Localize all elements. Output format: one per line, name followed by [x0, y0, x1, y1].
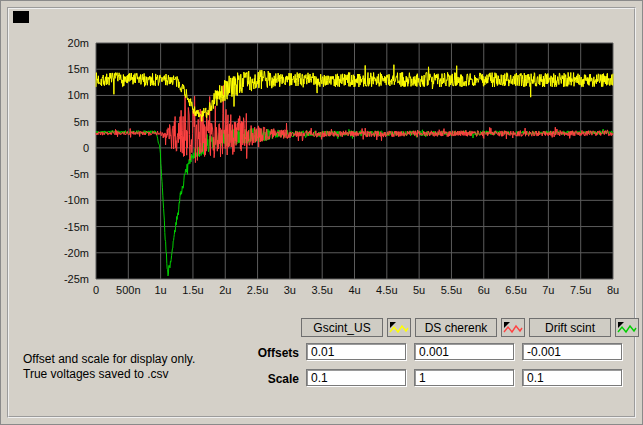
offset-input-drift-scint[interactable] — [522, 343, 622, 360]
svg-text:15m: 15m — [68, 63, 89, 75]
offset-input-ds-cherenk[interactable] — [414, 343, 514, 360]
svg-text:5u: 5u — [413, 284, 425, 296]
svg-text:6.5u: 6.5u — [505, 284, 526, 296]
plot-legend: Gscint_US DS cherenk Drift scint — [301, 318, 639, 337]
waveform-graph: 20m15m10m5m0-5m-10m-15m-20m-25m0500n1u1.… — [1, 1, 643, 313]
offset-input-gscint[interactable] — [306, 343, 406, 360]
svg-text:2u: 2u — [219, 284, 231, 296]
legend-line-sample — [504, 326, 522, 332]
legend-item-drift-scint[interactable]: Drift scint — [529, 318, 639, 337]
svg-text:7.5u: 7.5u — [570, 284, 591, 296]
scale-input-gscint[interactable] — [306, 369, 406, 386]
legend-label[interactable]: Drift scint — [529, 318, 611, 337]
legend-line-sample — [618, 326, 636, 332]
svg-text:6u: 6u — [478, 284, 490, 296]
svg-text:-20m: -20m — [64, 247, 89, 259]
svg-text:-10m: -10m — [64, 194, 89, 206]
legend-waveform-icon[interactable] — [387, 318, 411, 337]
svg-text:-25m: -25m — [64, 273, 89, 285]
legend-item-ds-cherenk[interactable]: DS cherenk — [415, 318, 525, 337]
svg-text:3.5u: 3.5u — [311, 284, 332, 296]
legend-item-gscint-us[interactable]: Gscint_US — [301, 318, 411, 337]
labview-panel: 20m15m10m5m0-5m-10m-15m-20m-25m0500n1u1.… — [0, 0, 643, 425]
scale-input-drift-scint[interactable] — [522, 369, 622, 386]
legend-waveform-icon[interactable] — [501, 318, 525, 337]
svg-text:1.5u: 1.5u — [182, 284, 203, 296]
svg-text:2.5u: 2.5u — [247, 284, 268, 296]
svg-text:4u: 4u — [348, 284, 360, 296]
svg-text:7u: 7u — [542, 284, 554, 296]
svg-text:-15m: -15m — [64, 221, 89, 233]
legend-label[interactable]: DS cherenk — [415, 318, 497, 337]
legend-triangle-icon — [390, 322, 396, 328]
svg-text:5.5u: 5.5u — [441, 284, 462, 296]
svg-text:1u: 1u — [155, 284, 167, 296]
svg-text:0: 0 — [83, 142, 89, 154]
legend-triangle-icon — [618, 322, 624, 328]
svg-text:3u: 3u — [284, 284, 296, 296]
legend-waveform-icon[interactable] — [615, 318, 639, 337]
svg-text:0: 0 — [93, 284, 99, 296]
legend-line-sample — [390, 326, 408, 332]
svg-text:-5m: -5m — [70, 168, 89, 180]
svg-text:8u: 8u — [607, 284, 619, 296]
offsets-label: Offsets — [211, 346, 299, 360]
svg-text:4.5u: 4.5u — [376, 284, 397, 296]
svg-text:20m: 20m — [68, 37, 89, 49]
svg-text:5m: 5m — [74, 116, 89, 128]
legend-triangle-icon — [504, 322, 510, 328]
scale-label: Scale — [211, 372, 299, 386]
svg-text:10m: 10m — [68, 89, 89, 101]
scale-input-ds-cherenk[interactable] — [414, 369, 514, 386]
svg-text:500n: 500n — [116, 284, 140, 296]
legend-label[interactable]: Gscint_US — [301, 318, 383, 337]
